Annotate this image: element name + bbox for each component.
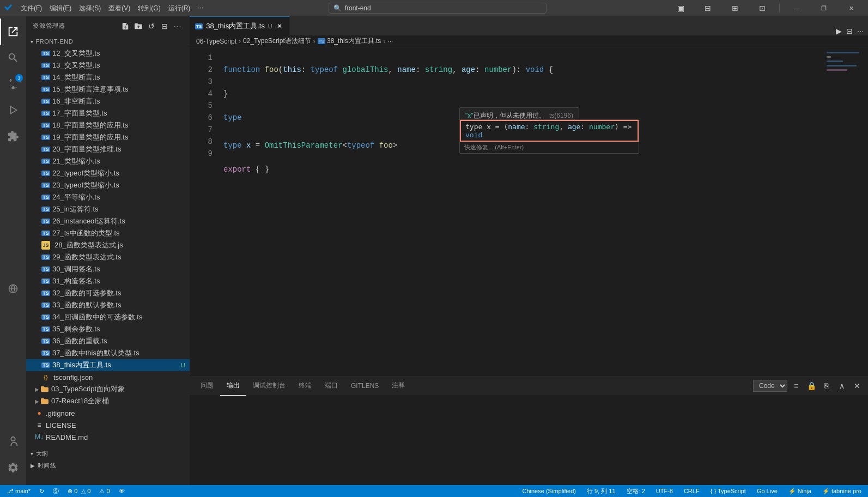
list-item[interactable]: TS 20_字面量类型推理.ts xyxy=(26,143,190,155)
list-item[interactable]: TS 32_函数的可选参数.ts xyxy=(26,287,190,299)
layout-btn[interactable]: ⊡ xyxy=(750,0,775,16)
more-actions-tab-icon[interactable]: ··· xyxy=(857,27,864,35)
panel-tab-ports[interactable]: 端口 xyxy=(318,377,344,396)
list-item[interactable]: TS 12_交叉类型.ts xyxy=(26,47,190,59)
status-eol[interactable]: CRLF xyxy=(682,485,702,497)
list-item[interactable]: M↓ README.md xyxy=(26,431,190,443)
toggle-editor-btn[interactable]: ⊞ xyxy=(723,0,748,16)
activity-item-remote[interactable] xyxy=(0,276,26,302)
breadcrumb-part[interactable]: 06-TypeScript xyxy=(196,38,236,45)
status-eye[interactable]: 👁 xyxy=(117,485,127,497)
list-item[interactable]: TS 18_字面量类型的应用.ts xyxy=(26,119,190,131)
open-in-editor-btn[interactable]: ⎘ xyxy=(820,379,833,392)
list-item[interactable]: TS 27_ts中函数的类型.ts xyxy=(26,227,190,239)
maximize-btn[interactable]: ❐ xyxy=(811,0,836,16)
panel-tab-debug-console[interactable]: 调试控制台 xyxy=(246,377,292,396)
status-filetype[interactable]: { } TypeScript xyxy=(708,485,748,497)
panel-tab-output[interactable]: 输出 xyxy=(220,377,246,396)
status-tabnine-pro[interactable]: ⚡ tabnine pro xyxy=(820,485,864,497)
panel-tab-terminal[interactable]: 终端 xyxy=(292,377,318,396)
more-actions-icon[interactable]: ··· xyxy=(172,21,183,32)
clear-output-btn[interactable]: ≡ xyxy=(790,379,803,392)
panel-tab-gitlens[interactable]: GITLENS xyxy=(344,377,385,396)
status-sync[interactable]: ↻ xyxy=(37,485,46,497)
breadcrumb-part[interactable]: 02_TypeScript语法细节 xyxy=(243,37,311,46)
list-item[interactable]: ▶ 03_TypeScript面向对象 xyxy=(26,383,190,395)
list-item[interactable]: TS 15_类型断言注意事项.ts xyxy=(26,83,190,95)
list-item[interactable]: TS 25_in运算符.ts xyxy=(26,203,190,215)
list-item[interactable]: TS 34_回调函数中的可选参数.ts xyxy=(26,311,190,323)
lock-output-btn[interactable]: 🔒 xyxy=(805,379,818,392)
list-item[interactable]: TS 24_平等缩小.ts xyxy=(26,191,190,203)
status-language[interactable]: Chinese (Simplified) xyxy=(520,485,578,497)
collapse-all-icon[interactable]: ⊟ xyxy=(159,21,170,32)
run-file-icon[interactable]: ▶ xyxy=(836,27,842,35)
tab-38-this[interactable]: TS 38_this内置工具.ts U ✕ xyxy=(190,16,290,35)
list-item[interactable]: TS 33_函数的默认参数.ts xyxy=(26,299,190,311)
menu-file[interactable]: 文件(F) xyxy=(17,3,45,14)
output-source-select[interactable]: Code xyxy=(753,380,787,392)
status-info[interactable]: ⚠ 0 xyxy=(97,485,112,497)
list-item[interactable]: TS 26_instanceof运算符.ts xyxy=(26,215,190,227)
list-item[interactable]: TS 17_字面量类型.ts xyxy=(26,107,190,119)
activity-item-settings[interactable] xyxy=(0,454,26,481)
list-item[interactable]: TS 29_函数类型表达式.ts xyxy=(26,251,190,263)
list-item[interactable]: TS 31_构造签名.ts xyxy=(26,275,190,287)
menu-select[interactable]: 选择(S) xyxy=(76,3,104,14)
menu-goto[interactable]: 转到(G) xyxy=(135,3,163,14)
menu-more[interactable]: ··· xyxy=(195,3,207,14)
tree-section-outline[interactable]: ▾ 大纲 xyxy=(26,447,190,459)
list-item[interactable]: TS 22_typeof类型缩小.ts xyxy=(26,167,190,179)
breadcrumb-part[interactable]: TS38_this内置工具.ts xyxy=(318,37,381,46)
list-item[interactable]: ● .gitignore xyxy=(26,407,190,419)
status-branch[interactable]: ⎇ main* xyxy=(4,485,33,497)
toggle-panel-btn[interactable]: ⊟ xyxy=(695,0,720,16)
search-input[interactable] xyxy=(345,4,542,12)
list-item[interactable]: TS 35_剩余参数.ts xyxy=(26,323,190,335)
code-editor[interactable]: 1 2 3 4 5 6 7 8 9 function foo(this: typ… xyxy=(190,47,868,376)
autocomplete-item[interactable]: type x = (name: string, age: number) => … xyxy=(460,120,639,142)
close-btn[interactable]: ✕ xyxy=(839,0,864,16)
list-item[interactable]: {} tsconfig.json xyxy=(26,371,190,383)
activity-item-search[interactable] xyxy=(0,45,26,71)
list-item[interactable]: TS 21_类型缩小.ts xyxy=(26,155,190,167)
list-item-active[interactable]: TS 38_this内置工具.ts U xyxy=(26,359,190,371)
list-item[interactable]: TS 16_非空断言.ts xyxy=(26,95,190,107)
list-item[interactable]: TS 19_字面量类型的应用.ts xyxy=(26,131,190,143)
list-item[interactable]: ≡ LICENSE xyxy=(26,419,190,431)
list-item[interactable]: TS 36_函数的重载.ts xyxy=(26,335,190,347)
activity-item-extensions[interactable] xyxy=(0,123,26,149)
activity-item-accounts[interactable] xyxy=(0,428,26,454)
status-golive[interactable]: Go Live xyxy=(755,485,780,497)
tree-section-timeline[interactable]: ▶ 时间线 xyxy=(26,459,190,471)
panel-chevron-up-btn[interactable]: ∧ xyxy=(835,379,848,392)
status-tabnine[interactable]: Ⓢ xyxy=(51,485,61,497)
panel-tab-comments[interactable]: 注释 xyxy=(385,377,411,396)
tab-close-btn[interactable]: ✕ xyxy=(275,22,284,31)
split-editor-icon[interactable]: ⊟ xyxy=(846,27,853,35)
panel-close-btn[interactable]: ✕ xyxy=(851,379,864,392)
activity-item-run[interactable] xyxy=(0,97,26,123)
list-item[interactable]: TS 30_调用签名.ts xyxy=(26,263,190,275)
list-item[interactable]: TS 14_类型断言.ts xyxy=(26,71,190,83)
new-folder-icon[interactable] xyxy=(133,21,144,32)
activity-item-explorer[interactable] xyxy=(0,19,26,45)
autocomplete-popup[interactable]: type x = (name: string, age: number) => … xyxy=(459,119,639,154)
status-encoding[interactable]: UTF-8 xyxy=(654,485,675,497)
list-item[interactable]: TS 23_typeof类型缩小.ts xyxy=(26,179,190,191)
menu-run[interactable]: 运行(R) xyxy=(165,3,194,14)
status-cursor[interactable]: 行 9, 列 11 xyxy=(585,485,618,497)
refresh-explorer-icon[interactable]: ↺ xyxy=(146,21,157,32)
status-indent[interactable]: 空格: 2 xyxy=(624,485,647,497)
list-item[interactable]: TS 13_交叉类型.ts xyxy=(26,59,190,71)
list-item[interactable]: TS 37_函数中this的默认类型.ts xyxy=(26,347,190,359)
menu-view[interactable]: 查看(V) xyxy=(105,3,133,14)
list-item[interactable]: JS 28_函数类型表达式.js xyxy=(26,239,190,251)
list-item[interactable]: ▶ 07-React18全家桶 xyxy=(26,395,190,407)
new-file-icon[interactable] xyxy=(120,21,131,32)
title-bar-search[interactable]: 🔍 xyxy=(329,3,547,14)
toggle-sidebar-btn[interactable]: ▣ xyxy=(668,0,693,16)
status-ninja[interactable]: ⚡ Ninja xyxy=(786,485,814,497)
minimize-btn[interactable]: — xyxy=(784,0,809,16)
breadcrumb-part[interactable]: ··· xyxy=(387,38,393,45)
